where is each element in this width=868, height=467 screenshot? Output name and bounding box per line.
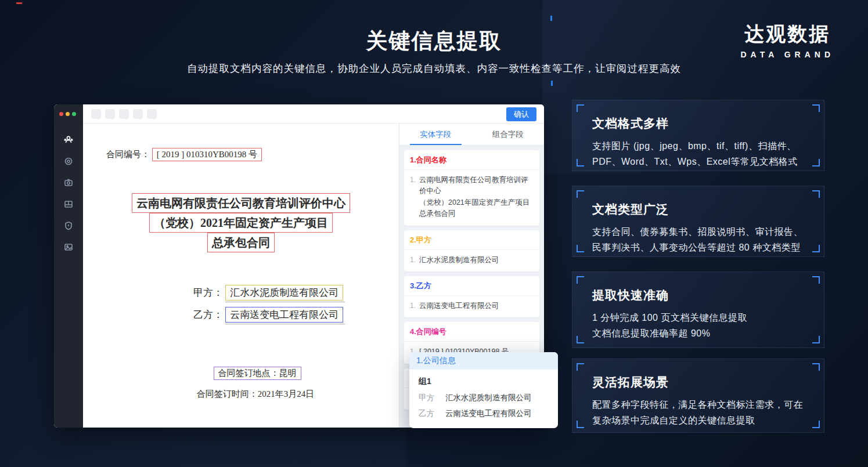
brand-logo-cn: 达观数据 [740, 21, 834, 48]
row-label: 乙方 [419, 408, 445, 419]
field-item[interactable]: 1. 云南送变电工程有限公司 [404, 296, 539, 317]
confirm-button[interactable]: 确认 [506, 107, 536, 121]
sign-time-line: 合同签订时间：2021年3月24日 [83, 389, 399, 400]
window-sidebar [54, 104, 83, 428]
field-card-party-a: 2.甲方 1. 汇水水泥质制造有限公司 [404, 230, 539, 271]
feature-title: 灵活拓展场景 [592, 374, 804, 390]
placeholder-tile [133, 109, 143, 119]
company-info-popup: 1.公司信息 组1 甲方 汇水水泥质制造有限公司 乙方 云南送变电工程有限公司 [409, 352, 558, 428]
sidebar-image-icon[interactable] [63, 242, 74, 252]
sidebar-layout-icon[interactable] [63, 199, 74, 209]
bracket-icon [577, 190, 584, 198]
feature-body: 配置多种字段特征，满足各种文档标注需求，可在 复杂场景中完成自定义的关键信息提取 [592, 397, 804, 428]
bracket-icon [812, 363, 820, 371]
field-card-party-b: 3.乙方 1. 云南送变电工程有限公司 [404, 276, 539, 317]
sidebar-gear-icon[interactable] [63, 156, 74, 166]
contract-title-highlight[interactable]: （党校）2021年固定资产生产项目 [149, 213, 333, 233]
sign-place-highlight[interactable]: 合同签订地点：昆明 [214, 367, 301, 380]
feature-card-flexible-scenes: 灵活拓展场景 配置多种字段特征，满足各种文档标注需求，可在 复杂场景中完成自定义… [572, 359, 824, 433]
bracket-icon [812, 159, 820, 166]
feature-card-doc-types: 文档类型广泛 支持合同、债券募集书、招股说明书、审计报告、 民事判决书、人事变动… [572, 186, 824, 257]
titlebar-placeholder-tabs [91, 109, 157, 119]
party-a-label: 甲方： [193, 287, 223, 298]
bracket-icon [812, 276, 820, 284]
feature-card-formats: 文档格式多样 支持图片 (jpg、jpeg、bmp、tif、tiff)、扫描件、… [572, 100, 824, 171]
page: 关键信息提取 自动提取文档内容的关键信息，协助企业人员完成自动填表、内容一致性检… [0, 0, 868, 467]
feature-body: 支持图片 (jpg、jpeg、bmp、tif、tiff)、扫描件、 PDF、Wo… [592, 139, 804, 169]
maximize-window-dot[interactable] [72, 112, 76, 116]
feature-title: 提取快速准确 [592, 287, 804, 303]
sidebar-shield-icon[interactable] [63, 220, 74, 231]
minimize-window-dot[interactable] [66, 112, 70, 116]
close-window-dot[interactable] [59, 112, 63, 116]
contract-title-block: 云南电网有限责任公司教育培训评价中心 （党校）2021年固定资产生产项目 总承包… [83, 193, 399, 252]
popup-header: 1.公司信息 [409, 352, 558, 370]
feature-body: 支持合同、债券募集书、招股说明书、审计报告、 民事判决书、人事变动公告等超过 8… [592, 225, 804, 255]
bracket-icon [812, 190, 820, 198]
bracket-icon [577, 336, 584, 343]
page-subtitle: 自动提取文档内容的关键信息，协助企业人员完成自动填表、内容一致性检查等工作，让审… [0, 61, 868, 75]
placeholder-tile [91, 109, 101, 119]
document-viewer: 合同编号： [ 2019 ] 010310YB00198 号 云南电网有限责任公… [83, 124, 399, 428]
placeholder-tile [105, 109, 115, 119]
decor-tick [551, 81, 553, 86]
bracket-icon [577, 104, 584, 112]
tab-combined-fields[interactable]: 组合字段 [472, 124, 545, 145]
sidebar-camera-icon[interactable] [63, 178, 74, 188]
panel-tabs: 实体字段 组合字段 [399, 124, 544, 146]
field-label: 1.合同名称 [404, 150, 539, 170]
party-b-label: 乙方： [193, 309, 223, 320]
bracket-icon [577, 363, 584, 371]
item-index: 1. [410, 301, 416, 312]
placeholder-tile [119, 109, 129, 119]
bracket-icon [577, 245, 584, 252]
placeholder-tile [147, 109, 157, 119]
brand-logo: 达观数据 DATA GRAND [740, 21, 834, 59]
page-title: 关键信息提取 [0, 27, 868, 56]
window-controls[interactable] [59, 112, 76, 116]
sign-place-line: 合同签订地点：昆明 [83, 367, 399, 380]
brand-logo-en: DATA GRAND [740, 50, 834, 59]
party-b-highlight[interactable]: 云南送变电工程有限公司 [225, 307, 343, 323]
bracket-icon [812, 245, 820, 252]
bracket-icon [577, 159, 584, 166]
item-value: 云南电网有限责任公司教育培训评价中心 （党校）2021年固定资产生产项目 总承包… [419, 175, 534, 220]
popup-row-party-a: 甲方 汇水水泥质制造有限公司 [419, 393, 549, 403]
row-value: 云南送变电工程有限公司 [445, 408, 532, 419]
field-card-contract-name: 1.合同名称 1. 云南电网有限责任公司教育培训评价中心 （党校）2021年固定… [404, 150, 539, 226]
decor-tick [550, 16, 552, 21]
field-item[interactable]: 1. 汇水水泥质制造有限公司 [404, 250, 539, 271]
bracket-icon [812, 336, 820, 343]
feature-card-speed-accuracy: 提取快速准确 1 分钟完成 100 页文档关键信息提取 文档信息提取准确率超 9… [572, 271, 824, 348]
tab-entity-fields[interactable]: 实体字段 [399, 124, 472, 145]
contract-title-highlight[interactable]: 云南电网有限责任公司教育培训评价中心 [132, 193, 350, 213]
field-item[interactable]: 1. 云南电网有限责任公司教育培训评价中心 （党校）2021年固定资产生产项目 … [404, 170, 539, 226]
item-value: 汇水水泥质制造有限公司 [419, 255, 499, 266]
item-index: 1. [410, 255, 416, 266]
window-titlebar: 确认 [83, 104, 544, 124]
feature-body: 1 分钟完成 100 页文档关键信息提取 文档信息提取准确率超 90% [592, 310, 804, 341]
feature-title: 文档类型广泛 [592, 201, 804, 218]
bracket-icon [577, 421, 584, 428]
row-value: 汇水水泥质制造有限公司 [445, 393, 532, 403]
field-label: 3.乙方 [404, 276, 539, 296]
bracket-icon [812, 104, 820, 112]
item-index: 1. [410, 175, 416, 220]
contract-number-highlight[interactable]: [ 2019 ] 010310YB00198 号 [152, 148, 262, 161]
contract-number-label: 合同编号： [106, 150, 150, 159]
contract-number-line: 合同编号： [ 2019 ] 010310YB00198 号 [106, 148, 262, 161]
bracket-icon [812, 421, 820, 428]
popup-row-party-b: 乙方 云南送变电工程有限公司 [419, 408, 549, 419]
party-a-highlight[interactable]: 汇水水泥质制造有限公司 [225, 285, 343, 301]
decor-tick [16, 2, 22, 4]
popup-group-label: 组1 [419, 377, 549, 387]
field-label: 2.甲方 [404, 230, 539, 250]
party-a-line: 甲方： 汇水水泥质制造有限公司 [193, 285, 345, 302]
sidebar-user-network-icon[interactable] [63, 135, 74, 145]
party-b-line: 乙方： 云南送变电工程有限公司 [193, 307, 345, 324]
contract-title-highlight[interactable]: 总承包合同 [207, 233, 275, 252]
feature-title: 文档格式多样 [592, 115, 804, 132]
bracket-icon [577, 276, 584, 284]
item-value: 云南送变电工程有限公司 [419, 301, 499, 312]
field-label: 4.合同编号 [404, 322, 539, 342]
